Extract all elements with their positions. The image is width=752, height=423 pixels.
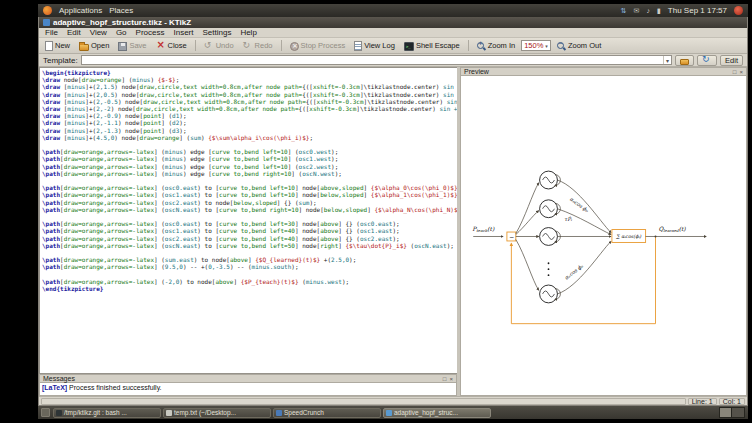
oscillator-node xyxy=(540,171,561,189)
fanout-arrow xyxy=(516,211,539,235)
preview-dock: Preview □ × Pteach(t) xyxy=(460,67,747,396)
save-button[interactable]: Save xyxy=(115,40,149,52)
save-label: Save xyxy=(129,41,146,50)
taskbar-window-label: temp.txt (~/Desktop... xyxy=(174,409,236,416)
fanout-arrow xyxy=(516,183,539,234)
zoom-out-label: Zoom Out xyxy=(568,41,601,50)
volume-icon[interactable]: ♪ xyxy=(646,6,650,15)
power-icon[interactable] xyxy=(734,6,743,15)
close-dock-icon[interactable]: × xyxy=(739,68,743,76)
taskbar-window-button[interactable]: SpeedCrunch xyxy=(273,408,381,418)
template-reload-button[interactable] xyxy=(697,55,717,66)
code-line: \draw [minus]+(2,-1.1) node[point] (d2); xyxy=(42,119,457,126)
oscillator-node xyxy=(540,228,561,246)
places-menu[interactable]: Places xyxy=(109,6,133,15)
redo-button[interactable]: Redo xyxy=(240,40,276,52)
clock[interactable]: Thu Sep 1 17:57 xyxy=(668,6,727,15)
log-document-icon xyxy=(354,41,362,51)
template-open-button[interactable] xyxy=(675,55,694,66)
messages-dock-header[interactable]: Messages □ × xyxy=(39,374,457,383)
code-line: \draw [minus]+(2,-0.9) node[point] (d1); xyxy=(42,112,457,119)
menu-go[interactable]: Go xyxy=(116,28,127,37)
menu-process[interactable]: Process xyxy=(136,28,165,37)
view-log-button[interactable]: View Log xyxy=(351,40,398,52)
minus-sign: − xyxy=(509,233,514,240)
menu-file[interactable]: File xyxy=(45,28,58,37)
fanout-arrow xyxy=(516,239,539,290)
workspace-1[interactable] xyxy=(720,408,732,417)
window-titlebar[interactable]: adaptive_hopf_structure.tikz - KTikZ xyxy=(39,17,747,28)
zoom-out-button[interactable]: Zoom Out xyxy=(554,40,604,52)
template-combo[interactable]: ▾ xyxy=(81,55,672,65)
zoom-in-button[interactable]: Zoom In xyxy=(474,40,519,52)
redo-icon xyxy=(243,41,253,51)
code-line: \draw [minus]+(2,-2) node[draw,circle,te… xyxy=(42,105,457,112)
close-dock-icon[interactable]: × xyxy=(449,375,453,383)
undo-icon xyxy=(204,41,214,51)
oscillator-node xyxy=(540,285,561,303)
code-line: \path[draw=orange,arrows=-latex] (minus)… xyxy=(42,148,457,155)
applications-menu[interactable]: Applications xyxy=(59,6,102,15)
junction-dot xyxy=(655,236,657,238)
statusbar: Line: 1 Col: 1 xyxy=(39,396,747,405)
distributor-logo-icon[interactable] xyxy=(43,6,52,15)
code-line xyxy=(42,249,457,256)
view-log-label: View Log xyxy=(364,41,395,50)
battery-icon[interactable]: ▮ xyxy=(657,6,661,15)
undock-icon[interactable]: □ xyxy=(733,68,737,76)
workspace-switcher[interactable] xyxy=(719,407,745,418)
new-file-icon xyxy=(45,41,53,51)
preview-title: Preview xyxy=(464,68,489,75)
toolbar-separator xyxy=(468,40,469,51)
code-line: \draw [minus]+(4.5,0) node[draw=orange] … xyxy=(42,134,457,141)
mail-icon[interactable]: ✉ xyxy=(634,6,640,15)
shell-escape-button[interactable]: Shell Escape xyxy=(401,40,463,52)
code-line: \path[draw=orange,arrows=-latex] (sum.ea… xyxy=(42,256,457,263)
fanin-arrow xyxy=(557,241,610,294)
code-line: \draw [minus]+(2,1.5) node[draw,circle,t… xyxy=(42,83,457,90)
open-folder-icon xyxy=(79,44,89,51)
taskbar-window-button[interactable]: temp.txt (~/Desktop... xyxy=(163,408,271,418)
menu-settings[interactable]: Settings xyxy=(202,28,231,37)
show-desktop-icon[interactable] xyxy=(41,408,50,417)
code-line xyxy=(42,177,457,184)
preview-viewport[interactable]: Pteach(t) − xyxy=(460,76,747,396)
close-label: Close xyxy=(167,41,186,50)
taskbar-window-icon xyxy=(386,410,392,416)
close-button[interactable]: Close xyxy=(152,40,189,52)
window-title: adaptive_hopf_structure.tikz - KTikZ xyxy=(53,18,191,27)
stop-process-button[interactable]: Stop Process xyxy=(287,40,349,52)
chevron-down-icon[interactable]: ▾ xyxy=(545,43,548,49)
taskbar-window-icon xyxy=(56,410,62,416)
template-edit-button[interactable]: Edit xyxy=(720,55,743,66)
code-line: \draw [minus]+(2,-1.3) node[point] (d3); xyxy=(42,127,457,134)
menu-view[interactable]: View xyxy=(90,28,107,37)
menu-help[interactable]: Help xyxy=(240,28,256,37)
taskbar-window-button[interactable]: /tmp/ktikz.git : bash ... xyxy=(53,408,161,418)
chevron-down-icon[interactable]: ▾ xyxy=(663,56,671,64)
ellipsis-dot xyxy=(548,274,550,276)
editor-column: \begin{tikzpicture}\draw node[draw=orang… xyxy=(39,67,457,396)
new-button[interactable]: New xyxy=(42,40,73,52)
zoom-level-combo[interactable]: 150%▾ xyxy=(521,40,551,51)
menu-insert[interactable]: Insert xyxy=(173,28,193,37)
messages-output: [LaTeX] Process finished successfully. xyxy=(39,383,457,396)
menu-edit[interactable]: Edit xyxy=(67,28,81,37)
undo-button[interactable]: Undo xyxy=(201,40,237,52)
network-icon[interactable]: ⇅ xyxy=(621,6,627,15)
terminal-icon xyxy=(404,42,414,51)
preview-dock-header[interactable]: Preview □ × xyxy=(460,67,747,76)
hopf-network-diagram: Pteach(t) − xyxy=(472,171,706,324)
code-line xyxy=(42,271,457,278)
status-message-area xyxy=(41,398,686,405)
taskbar-window-button[interactable]: adaptive_hopf_struc... xyxy=(383,408,491,418)
code-editor[interactable]: \begin{tikzpicture}\draw node[draw=orang… xyxy=(39,67,457,374)
code-line: \begin{tikzpicture} xyxy=(42,69,457,76)
code-line: \path[draw=orange,arrows=-latex] (minus)… xyxy=(42,155,457,162)
stop-icon xyxy=(290,42,299,51)
new-label: New xyxy=(55,41,70,50)
workspace-2[interactable] xyxy=(732,408,744,417)
open-button[interactable]: Open xyxy=(76,40,112,52)
close-icon xyxy=(155,41,165,51)
undock-icon[interactable]: □ xyxy=(443,375,447,383)
